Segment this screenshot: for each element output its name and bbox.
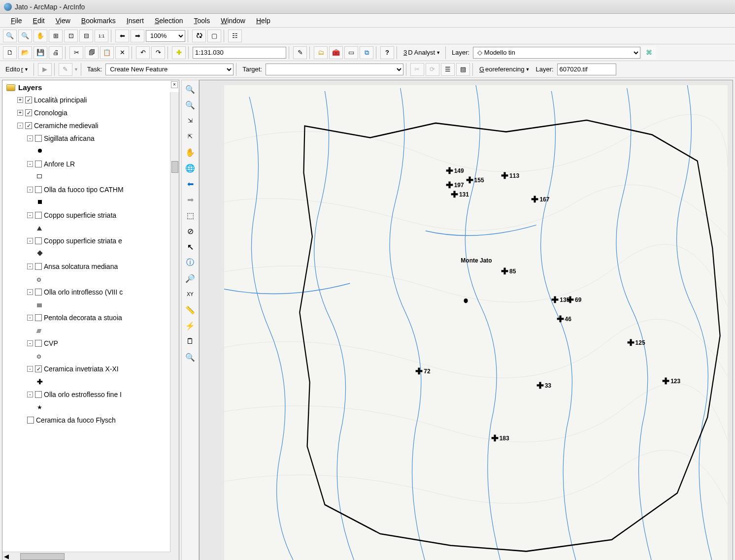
layer-checkbox[interactable] (35, 135, 42, 142)
map-point[interactable]: ✚131 (451, 190, 469, 199)
expand-icon[interactable]: - (27, 187, 33, 193)
whats-this-icon[interactable]: ? (380, 46, 394, 59)
map-point[interactable]: ✚33 (536, 381, 551, 390)
map-point[interactable]: ✚69 (567, 296, 581, 304)
expand-icon[interactable]: + (17, 110, 23, 116)
layer-item[interactable] (4, 273, 177, 286)
layer-item[interactable]: -Pentola decorata a stuoia (4, 311, 177, 324)
layer-item[interactable]: -Sigillata africana (4, 132, 177, 145)
layer-checkbox[interactable] (35, 263, 42, 270)
layer-checkbox[interactable] (35, 314, 42, 321)
expand-icon[interactable]: - (17, 123, 23, 129)
map-point[interactable]: ✚197 (446, 181, 464, 190)
copy-icon[interactable]: 🗐 (85, 46, 99, 59)
add-data-icon[interactable]: ✚ (172, 46, 186, 59)
back-extent-icon[interactable]: ⬅ (115, 30, 129, 42)
layer-checkbox[interactable]: ✓ (25, 122, 32, 129)
layer-item[interactable]: -Coppo superficie striata e (4, 234, 177, 247)
zoom-out-fixed-icon[interactable]: ⇱ (183, 130, 197, 143)
print-icon[interactable]: 🖨 (49, 46, 63, 59)
map-point[interactable]: ✚149 (446, 166, 464, 175)
expand-icon[interactable]: - (27, 289, 33, 295)
map-point[interactable]: ✚155 (466, 176, 484, 185)
layer-item[interactable]: -Anfore LR (4, 158, 177, 170)
select-elements-icon[interactable]: ↖ (183, 240, 197, 254)
zoom-out-icon[interactable]: 🔍 (18, 30, 32, 42)
layer-item[interactable] (4, 350, 177, 362)
scale-input[interactable] (193, 47, 286, 59)
menu-edit[interactable]: Edit (28, 15, 50, 27)
zoom-out-tool-icon[interactable]: 🔍 (183, 98, 197, 112)
goto-xy-icon[interactable]: XY (183, 287, 197, 301)
sketch-tool-icon[interactable]: ✎ (59, 63, 72, 76)
layer-item[interactable]: ✚ (4, 375, 177, 388)
fingerprint-icon[interactable]: ⌘ (642, 46, 656, 59)
3d-analyst-dropdown[interactable]: 33D AnalystD Analyst ▼ (401, 46, 443, 59)
editor-toolbar-icon[interactable]: ✎ (293, 46, 307, 59)
layer-item[interactable] (4, 298, 177, 311)
menu-tools[interactable]: Tools (189, 15, 215, 27)
expand-icon[interactable]: - (27, 315, 33, 321)
refresh-icon[interactable]: 🗘 (192, 30, 206, 42)
html-popup-icon[interactable]: 🗒 (183, 334, 197, 348)
menu-insert[interactable]: Insert (122, 15, 149, 27)
expand-icon[interactable]: - (27, 161, 33, 167)
command-line-icon[interactable]: ▭ (344, 46, 358, 59)
layer-item[interactable]: +✓Cronologia (4, 106, 177, 119)
expand-icon[interactable]: - (27, 264, 33, 269)
split-tool-icon[interactable]: ✂ (410, 63, 424, 76)
layer-checkbox[interactable] (35, 289, 42, 296)
menu-help[interactable]: Help (251, 15, 275, 27)
sketch-props-icon[interactable]: ▨ (456, 63, 470, 76)
layer-item[interactable]: -Ansa solcatura mediana (4, 260, 177, 273)
next-extent-icon[interactable]: ➡ (183, 193, 197, 206)
menu-window[interactable]: Window (216, 15, 250, 27)
map-view[interactable]: Monte Jato ✚149✚197✚131✚155✚113✚167✚85✚1… (199, 80, 733, 560)
layout-icon[interactable]: ▢ (207, 30, 221, 42)
layer-checkbox[interactable] (35, 237, 42, 244)
fixed-zoom-in-icon[interactable]: ⊡ (64, 30, 78, 42)
select-features-icon[interactable]: ⬚ (183, 208, 197, 222)
toc-vertical-scrollbar[interactable] (170, 92, 179, 552)
toolbox-icon[interactable]: 🧰 (329, 46, 343, 59)
layer-checkbox[interactable] (35, 391, 42, 398)
zoom-layer-icon[interactable]: 🔍 (183, 350, 197, 364)
layer-item[interactable]: -Coppo superficie striata (4, 209, 177, 222)
layer-item[interactable]: -CVP (4, 337, 177, 350)
layer-item[interactable]: -Olla orlo estroflesso fine I (4, 388, 177, 401)
expand-icon[interactable]: + (17, 97, 23, 103)
editor-dropdown[interactable]: Editor ▼ (3, 63, 31, 76)
map-point[interactable]: ✚113 (501, 171, 519, 180)
new-doc-icon[interactable]: 🗋 (3, 46, 17, 59)
layer-checkbox[interactable]: ✓ (35, 365, 42, 372)
layer-item[interactable] (4, 222, 177, 234)
task-combo[interactable]: Create New Feature (105, 64, 234, 75)
layer-item[interactable]: -✓Ceramica invetriata X-XI (4, 362, 177, 375)
cut-icon[interactable]: ✂ (69, 46, 83, 59)
pan-tool-icon[interactable]: ✋ (183, 145, 197, 159)
prev-extent-icon[interactable]: ⬅ (183, 177, 197, 191)
menu-file[interactable]: File (6, 15, 27, 27)
georeferencing-dropdown[interactable]: Georeferencing ▼ (477, 63, 533, 76)
map-point[interactable]: ✚46 (557, 315, 571, 324)
map-point[interactable]: ✚125 (627, 338, 645, 347)
forward-extent-icon[interactable]: ➡ (131, 30, 144, 42)
fixed-zoom-out-icon[interactable]: ⊟ (79, 30, 93, 42)
full-extent-tool-icon[interactable]: 🌐 (183, 161, 197, 175)
toc-tree[interactable]: +✓Località principali+✓Cronologia-✓Ceram… (2, 93, 179, 552)
map-point[interactable]: ✚72 (415, 367, 430, 376)
layer-item[interactable] (4, 324, 177, 337)
table-icon[interactable]: ☷ (228, 30, 242, 42)
layer-item[interactable]: -Olla da fuoco tipo CATHM (4, 183, 177, 196)
layer-checkbox[interactable] (35, 161, 42, 167)
full-extent-icon[interactable]: ⊞ (49, 30, 63, 42)
find-icon[interactable]: 🔎 (183, 271, 197, 285)
attributes-icon[interactable]: ☰ (441, 63, 455, 76)
layer-item[interactable]: ★ (4, 401, 177, 414)
zoom-in-icon[interactable]: 🔍 (3, 30, 17, 42)
menu-bookmarks[interactable]: Bookmarks (76, 15, 121, 27)
expand-icon[interactable]: - (27, 366, 33, 372)
expand-icon[interactable]: - (27, 238, 33, 244)
layer-checkbox[interactable]: ✓ (25, 97, 32, 103)
edit-tool-icon[interactable]: ▶ (38, 63, 52, 76)
